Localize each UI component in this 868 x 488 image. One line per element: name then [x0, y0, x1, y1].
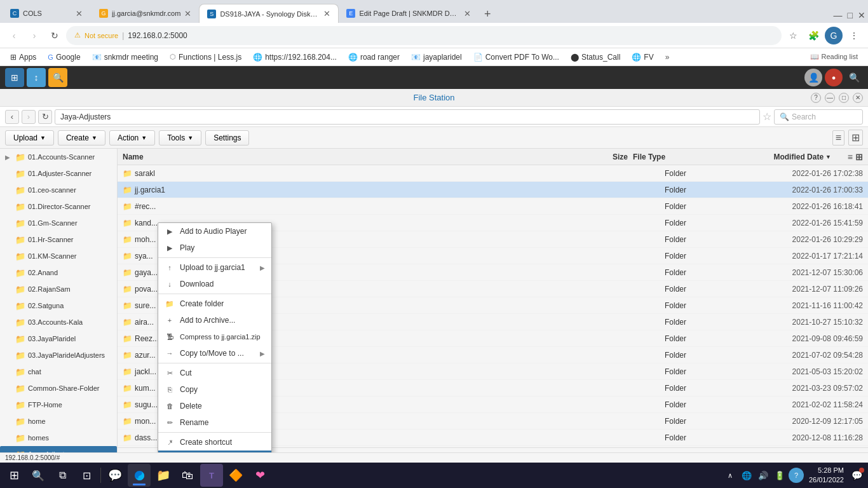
bookmark-snkmdr[interactable]: 📧 snkmdr meeting — [87, 51, 163, 63]
fs-forward-btn[interactable]: › — [22, 110, 36, 124]
fs-path-bar[interactable]: Jaya-Adjusters — [55, 109, 760, 125]
tab-cols[interactable]: C COLS ✕ — [3, 4, 92, 23]
col-header-type[interactable]: File Type — [628, 152, 704, 161]
sidebar-item-home[interactable]: 📁 home — [0, 413, 117, 430]
bookmark-roadranger[interactable]: 🌐 road ranger — [343, 51, 405, 63]
tab-close-ds918[interactable]: ✕ — [323, 9, 330, 18]
taskbar-app-fileexplorer[interactable]: 📁 — [152, 464, 175, 487]
systray-sound-icon[interactable]: 🔊 — [756, 468, 771, 483]
profile-btn[interactable]: G — [825, 27, 843, 44]
reload-button[interactable]: ↻ — [46, 27, 64, 44]
sidebar-item-director-scanner[interactable]: 📁 01.Director-Scanner — [0, 198, 117, 215]
table-row[interactable]: 📁jj.garcia1 Folder 2022-01-26 17:00:33 — [118, 182, 868, 198]
bookmark-pdf[interactable]: 📄 Convert PDF To Wo... — [468, 51, 564, 63]
sidebar-item-ftp-home[interactable]: 📁 FTP-Home — [0, 396, 117, 413]
sidebar-item-common-share[interactable]: 📁 Common-Share-Folder — [0, 380, 117, 396]
bookmark-google[interactable]: G Google — [43, 51, 85, 63]
systray-help-icon[interactable]: ? — [789, 468, 804, 483]
tab-close-cols[interactable]: ✕ — [74, 8, 84, 18]
ctx-item-create-shortcut[interactable]: ⭷ Create shortcut — [158, 434, 271, 451]
systray-up-arrow[interactable]: ∧ — [722, 468, 738, 483]
ctx-item-copy-move[interactable]: → Copy to/Move to ... ▶ — [158, 345, 271, 362]
synology-app-icon-3[interactable]: 🔍 — [48, 68, 67, 87]
taskbar-taskview-btn[interactable]: ⧉ — [51, 464, 74, 487]
fs-help-btn[interactable]: ? — [811, 93, 821, 103]
forward-button[interactable]: › — [25, 27, 43, 44]
systray-network-icon[interactable]: 🌐 — [739, 468, 754, 483]
ctx-item-delete[interactable]: 🗑 Delete — [158, 398, 271, 414]
col-header-name[interactable]: Name — [123, 152, 577, 161]
action-button[interactable]: Action ▼ — [109, 130, 155, 146]
bookmark-star[interactable]: ☆ — [784, 27, 802, 44]
synology-notifications[interactable]: ● — [825, 69, 843, 86]
tab-add-button[interactable]: + — [478, 5, 496, 23]
taskbar-app-store[interactable]: 🛍 — [176, 464, 199, 487]
upload-button[interactable]: Upload ▼ — [5, 130, 54, 146]
tab-maximize[interactable]: □ — [845, 8, 855, 23]
sidebar-item-jayaplaridel[interactable]: 📁 03.JayaPlaridel — [0, 330, 117, 347]
table-row[interactable]: 📁#rec... Folder 2022-01-26 16:18:41 — [118, 198, 868, 215]
fs-search-bar[interactable]: 🔍 Search — [774, 109, 863, 125]
sidebar-item-homes[interactable]: 📁 homes — [0, 430, 117, 446]
fs-back-btn[interactable]: ‹ — [5, 110, 19, 124]
reading-list-btn[interactable]: 📖 Reading list — [805, 51, 863, 62]
col-header-modified[interactable]: Modified Date ▼ — [704, 152, 831, 161]
tab-close-jjgarcia[interactable]: ✕ — [184, 9, 191, 18]
ctx-item-play[interactable]: ▶ Play — [158, 240, 271, 256]
bookmark-jaya[interactable]: 📧 jayaplaridel — [406, 51, 467, 63]
bookmark-functions[interactable]: ⬡ Functions | Less.js — [165, 51, 247, 63]
sidebar-item-adjuster-scanner[interactable]: 📁 01.Adjuster-Scanner — [0, 165, 117, 182]
settings-button[interactable]: Settings — [205, 130, 249, 146]
col-header-size[interactable]: Size — [577, 152, 628, 161]
taskbar-app-pink[interactable]: ❤ — [248, 464, 271, 487]
sidebar-item-anand[interactable]: 📁 02.Anand — [0, 264, 117, 281]
grid-view-icon[interactable]: ⊞ — [855, 152, 863, 162]
sidebar-item-ceo-scanner[interactable]: 📁 01.ceo-scanner — [0, 182, 117, 198]
sidebar-item-chat[interactable]: 📁 chat — [0, 363, 117, 380]
view-toggle-details[interactable]: ⊞ — [848, 130, 863, 146]
bookmark-apps[interactable]: ⊞ Apps — [5, 51, 41, 63]
tab-minimize[interactable]: — — [831, 8, 845, 23]
taskbar-app-chat[interactable]: 💬 — [104, 464, 126, 487]
tab-close-window[interactable]: ✕ — [855, 8, 868, 23]
ctx-item-upload-to[interactable]: ↑ Upload to jj.garcia1 ▶ — [158, 259, 271, 276]
fs-minimize-btn[interactable]: — — [825, 93, 835, 103]
sidebar-item-accounts-scanner[interactable]: ▶ 📁 01.Accounts-Scanner — [0, 149, 117, 165]
ctx-item-copy[interactable]: ⎘ Copy — [158, 381, 271, 398]
extensions-btn[interactable]: 🧩 — [804, 27, 822, 44]
ctx-item-add-audio[interactable]: ▶ Add to Audio Player — [158, 223, 271, 240]
ctx-item-create-folder[interactable]: 📁 Create folder — [158, 295, 271, 312]
sidebar-item-km-scanner[interactable]: 📁 01.KM-Scanner — [0, 248, 117, 264]
create-button[interactable]: Create ▼ — [58, 130, 105, 146]
taskbar-app-teams[interactable]: T — [200, 464, 223, 487]
taskbar-app-edge[interactable] — [128, 464, 151, 487]
sidebar-item-rajansam[interactable]: 📁 02.RajanSam — [0, 281, 117, 297]
systray-notifications-btn[interactable]: 💬 — [848, 466, 865, 484]
ctx-item-rename[interactable]: ✏ Rename — [158, 414, 271, 431]
sidebar-item-accounts-kala[interactable]: 📁 03.Accounts-Kala — [0, 314, 117, 330]
start-button[interactable]: ⊞ — [3, 464, 25, 487]
tab-jjgarcia[interactable]: G jj.garcia@snkmdr.com ✕ — [92, 4, 199, 23]
ctx-item-add-archive[interactable]: + Add to Archive... — [158, 312, 271, 329]
synology-user-icon[interactable]: 👤 — [804, 69, 822, 86]
tab-close-editpage[interactable]: ✕ — [464, 9, 471, 18]
synology-app-icon-1[interactable]: ⊞ — [5, 68, 24, 87]
back-button[interactable]: ‹ — [5, 27, 23, 44]
view-toggle-list[interactable]: ≡ — [832, 130, 844, 146]
address-bar[interactable]: ⚠ Not secure | 192.168.0.2:5000 — [66, 26, 782, 45]
tab-editpage[interactable]: E Edit Page Draft | SNKMDR DOCU... ✕ — [339, 4, 478, 23]
list-view-icon[interactable]: ≡ — [848, 152, 853, 162]
table-row[interactable]: 📁sarakl Folder 2022-01-26 17:02:38 — [118, 165, 868, 182]
taskbar-search-btn[interactable]: 🔍 — [27, 464, 50, 487]
taskbar-widgets-btn[interactable]: ⊡ — [75, 464, 98, 487]
synology-search-btn[interactable]: 🔍 — [845, 69, 863, 86]
synology-app-icon-2[interactable]: ↕ — [27, 68, 46, 87]
sidebar-item-gm-scanner[interactable]: 📁 01.Gm-Scanner — [0, 215, 117, 231]
systray-datetime[interactable]: 5:28 PM 26/01/2022 — [806, 466, 846, 485]
browser-menu-btn[interactable]: ⋮ — [845, 27, 863, 44]
systray-battery-icon[interactable]: 🔋 — [772, 468, 787, 483]
tools-button[interactable]: Tools ▼ — [159, 130, 201, 146]
sidebar-item-hr-scanner[interactable]: 📁 01.Hr-Scanner — [0, 231, 117, 248]
bookmarks-more[interactable]: » — [660, 51, 675, 63]
ctx-item-cut[interactable]: ✂ Cut — [158, 365, 271, 381]
